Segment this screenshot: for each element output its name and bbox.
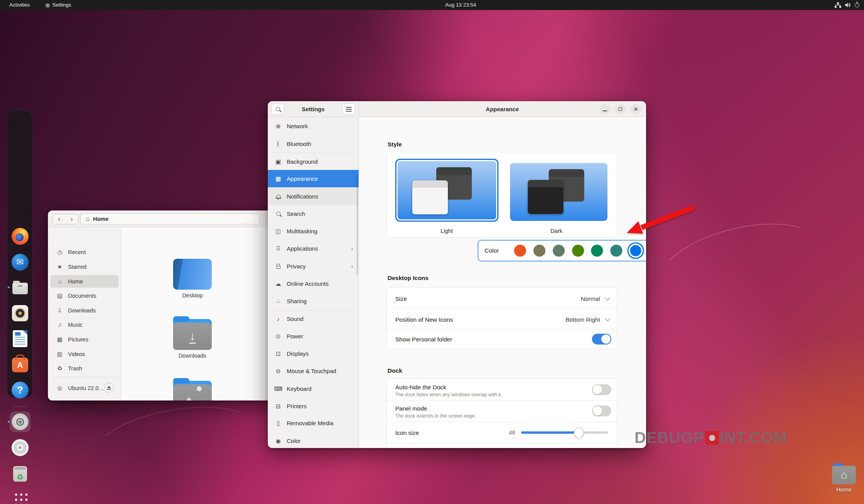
wallpaper-swirl bbox=[88, 395, 264, 489]
share-icon: ∴ bbox=[275, 298, 282, 305]
maximize-button[interactable] bbox=[615, 104, 626, 114]
sidebar-item-label: Ubuntu 22.0… bbox=[68, 385, 104, 391]
sidebar-item-mouse-touchpad[interactable]: ⊖Mouse & Touchpad bbox=[268, 362, 359, 380]
slider-handle[interactable] bbox=[574, 428, 584, 438]
volume-icon[interactable] bbox=[845, 0, 851, 10]
sidebar-item-recent[interactable]: ◷Recent bbox=[48, 246, 121, 258]
bluetooth-icon: ᛒ bbox=[275, 141, 282, 147]
lock-icon bbox=[275, 264, 282, 269]
dock-help[interactable]: ? bbox=[11, 381, 29, 399]
desktop-home-icon[interactable]: ⌂ Home bbox=[829, 466, 859, 493]
watermark-text: DEBUGP bbox=[634, 429, 704, 447]
settings-headerbar: Settings Appearance ✕ bbox=[268, 101, 646, 117]
position-value[interactable]: Bottom Right bbox=[565, 316, 600, 323]
dock-files[interactable] bbox=[11, 278, 29, 296]
style-option-light[interactable] bbox=[395, 159, 498, 222]
eject-button[interactable] bbox=[104, 383, 114, 393]
activities-button[interactable]: Activities bbox=[9, 0, 30, 10]
sidebar-item-documents[interactable]: ▤Documents bbox=[48, 289, 121, 302]
sidebar-item-sound[interactable]: ♪Sound bbox=[268, 310, 359, 328]
activities-label: Activities bbox=[9, 0, 30, 10]
color-swatch-orange[interactable] bbox=[514, 245, 526, 257]
dock-settings[interactable]: ⊛ bbox=[11, 413, 29, 431]
close-button[interactable]: ✕ bbox=[631, 104, 641, 114]
style-option-dark[interactable] bbox=[510, 163, 607, 221]
path-bar[interactable]: ⌂ Home bbox=[80, 214, 260, 224]
sidebar-item-starred[interactable]: ★Starred bbox=[48, 260, 121, 273]
hamburger-menu-button[interactable] bbox=[342, 104, 355, 115]
sidebar-divider bbox=[52, 377, 117, 377]
preview-front-window bbox=[528, 180, 563, 214]
color-swatch-viridian[interactable] bbox=[591, 245, 603, 257]
firefox-icon bbox=[12, 228, 29, 245]
color-swatch-sage[interactable] bbox=[553, 245, 565, 257]
icon-size-slider[interactable] bbox=[521, 431, 608, 434]
sidebar-item-other-locations[interactable]: +Other Locations bbox=[48, 400, 121, 400]
color-swatch-bark[interactable] bbox=[534, 245, 546, 257]
sidebar-item-keyboard[interactable]: ⌨Keyboard bbox=[268, 380, 359, 397]
sidebar-item-network[interactable]: ⊕Network bbox=[268, 117, 359, 135]
panel-mode-toggle[interactable] bbox=[592, 406, 611, 416]
power-menu[interactable] bbox=[855, 0, 859, 10]
sidebar-item-privacy[interactable]: Privacy› bbox=[268, 258, 359, 275]
dock-thunderbird[interactable]: ✉ bbox=[11, 253, 29, 271]
dock-firefox[interactable] bbox=[11, 227, 29, 245]
forward-button[interactable]: › bbox=[65, 214, 78, 224]
sidebar-item-label: Mouse & Touchpad bbox=[287, 368, 336, 374]
recent-icon: ◷ bbox=[56, 249, 63, 256]
sidebar-item-appearance[interactable]: ▩Appearance bbox=[268, 170, 359, 187]
sidebar-item-online-accounts[interactable]: ☁Online Accounts bbox=[268, 275, 359, 292]
sidebar-item-background[interactable]: ▣Background bbox=[268, 153, 359, 170]
sidebar-item-label: Recent bbox=[68, 249, 86, 255]
sidebar-item-home[interactable]: ⌂Home bbox=[48, 275, 121, 288]
path-label: Home bbox=[93, 216, 109, 222]
color-swatch-prussian[interactable] bbox=[611, 245, 622, 257]
sidebar-item-applications[interactable]: ⠿Applications› bbox=[268, 240, 359, 257]
topbar-app-menu[interactable]: ⊛ Settings bbox=[45, 0, 71, 10]
watermark: DEBUGP INT.COM bbox=[634, 429, 787, 447]
clock[interactable]: Aug 13 23:54 bbox=[445, 0, 476, 10]
slider-fill bbox=[521, 431, 579, 434]
dock-trash[interactable]: ♻ bbox=[11, 464, 29, 482]
folder-partial[interactable] bbox=[171, 381, 214, 400]
folder-downloads[interactable]: ↓ Downloads bbox=[171, 319, 214, 359]
autohide-toggle[interactable] bbox=[592, 384, 611, 395]
color-label: Color bbox=[485, 247, 499, 254]
thunderbird-icon: ✉ bbox=[12, 254, 29, 271]
dock-ubuntu-cd[interactable] bbox=[11, 439, 29, 456]
chevron-down-icon[interactable] bbox=[605, 316, 610, 321]
sidebar-item-bluetooth[interactable]: ᛒBluetooth bbox=[268, 135, 359, 153]
sidebar-item-sharing[interactable]: ∴Sharing bbox=[268, 292, 359, 310]
dock-libreoffice-writer[interactable] bbox=[11, 330, 29, 348]
size-value[interactable]: Normal bbox=[581, 295, 600, 302]
sidebar-item-displays[interactable]: ⊡Displays bbox=[268, 345, 359, 362]
dock-app-grid[interactable] bbox=[11, 489, 29, 504]
sidebar-item-music[interactable]: ♫Music bbox=[48, 318, 121, 331]
sidebar-item-printers[interactable]: ⊟Printers bbox=[268, 397, 359, 415]
sidebar-item-color[interactable]: ◉Color bbox=[268, 432, 359, 448]
sidebar-item-power[interactable]: ⊙Power bbox=[268, 328, 359, 345]
sidebar-item-label: Notifications bbox=[287, 193, 318, 200]
sidebar-item-label: Applications bbox=[287, 245, 318, 252]
sidebar-item-notifications[interactable]: Notifications bbox=[268, 188, 359, 205]
document-icon: ▤ bbox=[56, 292, 63, 299]
network-icon[interactable] bbox=[835, 0, 841, 10]
color-swatch-olive[interactable] bbox=[572, 245, 584, 257]
dock-ubuntu-software[interactable]: A bbox=[11, 355, 29, 373]
sidebar-item-removable-media[interactable]: ▯Removable Media bbox=[268, 414, 359, 432]
show-personal-folder-toggle[interactable] bbox=[592, 334, 611, 344]
sidebar-item-pictures[interactable]: ▦Pictures bbox=[48, 333, 121, 346]
sidebar-item-videos[interactable]: ▥Videos bbox=[48, 348, 121, 360]
sidebar-item-trash[interactable]: ♻Trash bbox=[48, 362, 121, 375]
color-swatch-blue-selected[interactable] bbox=[628, 243, 644, 259]
row-divider bbox=[387, 309, 617, 309]
sidebar-item-multitasking[interactable]: ◫Multitasking bbox=[268, 222, 359, 240]
minimize-button[interactable] bbox=[600, 104, 610, 114]
dock-rhythmbox[interactable] bbox=[11, 304, 29, 322]
sidebar-scrollbar[interactable] bbox=[357, 175, 358, 275]
folder-desktop[interactable]: Desktop bbox=[171, 259, 214, 299]
sidebar-item-downloads[interactable]: ⇩Downloads bbox=[48, 304, 121, 317]
back-button[interactable]: ‹ bbox=[53, 214, 66, 224]
chevron-down-icon[interactable] bbox=[605, 295, 610, 300]
sidebar-item-search[interactable]: Search bbox=[268, 205, 359, 222]
